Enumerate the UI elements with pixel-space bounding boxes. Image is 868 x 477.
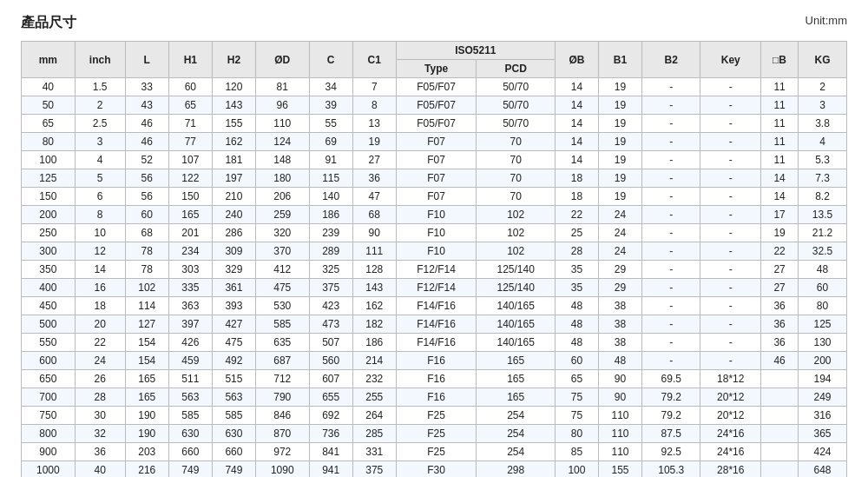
cell-sqB: 11	[761, 151, 799, 169]
cell-type: F25	[396, 407, 477, 425]
cell-B1: 24	[598, 242, 641, 261]
cell-type: F07	[396, 169, 477, 188]
cell-Key: -	[700, 352, 761, 370]
cell-B2: -	[642, 242, 700, 261]
table-row: 60024154459492687560214F161656048--46200	[22, 352, 847, 370]
cell-C: 941	[309, 461, 352, 478]
cell-KG: 194	[799, 370, 847, 388]
cell-H2: 515	[212, 370, 255, 388]
table-row: 1000402167497491090941375F30298100155105…	[22, 461, 847, 478]
cell-sqB: 14	[761, 169, 799, 188]
cell-OB: 14	[555, 96, 598, 115]
cell-OD: 585	[255, 315, 309, 334]
cell-H2: 563	[212, 388, 255, 407]
cell-C1: 232	[352, 370, 396, 388]
cell-OB: 14	[555, 133, 598, 151]
cell-B1: 110	[598, 443, 641, 461]
cell-pcd: 50/70	[477, 115, 555, 133]
cell-C: 34	[309, 78, 352, 96]
cell-OB: 18	[555, 188, 598, 206]
cell-pcd: 165	[477, 370, 555, 388]
cell-OB: 35	[555, 279, 598, 297]
cell-pcd: 125/140	[477, 261, 555, 279]
cell-C: 186	[309, 206, 352, 224]
cell-L: 190	[125, 407, 168, 425]
cell-H2: 492	[212, 352, 255, 370]
cell-B1: 19	[598, 188, 641, 206]
cell-KG: 648	[799, 461, 847, 478]
table-row: 50020127397427585473182F14/F16140/165483…	[22, 315, 847, 334]
table-row: 65026165511515712607232F16165659069.518*…	[22, 370, 847, 388]
cell-C1: 143	[352, 279, 396, 297]
cell-OD: 475	[255, 279, 309, 297]
cell-sqB: 36	[761, 315, 799, 334]
cell-H2: 120	[212, 78, 255, 96]
cell-sqB: 17	[761, 206, 799, 224]
cell-H1: 426	[168, 334, 212, 352]
cell-OB: 48	[555, 315, 598, 334]
cell-inch: 32	[75, 425, 125, 443]
cell-C1: 214	[352, 352, 396, 370]
cell-B1: 19	[598, 133, 641, 151]
cell-OD: 259	[255, 206, 309, 224]
cell-Key: 28*16	[700, 461, 761, 478]
cell-H2: 143	[212, 96, 255, 115]
cell-Key: -	[700, 242, 761, 261]
cell-Key: -	[700, 188, 761, 206]
cell-inch: 4	[75, 151, 125, 169]
cell-H1: 234	[168, 242, 212, 261]
cell-L: 114	[125, 297, 168, 315]
cell-type: F05/F07	[396, 96, 477, 115]
cell-C: 473	[309, 315, 352, 334]
cell-L: 60	[125, 206, 168, 224]
cell-L: 43	[125, 96, 168, 115]
cell-mm: 700	[22, 388, 76, 407]
cell-L: 68	[125, 224, 168, 242]
cell-pcd: 102	[477, 206, 555, 224]
table-body: 401.5336012081347F05/F0750/701419--11250…	[22, 78, 847, 478]
cell-H2: 427	[212, 315, 255, 334]
cell-inch: 10	[75, 224, 125, 242]
cell-Key: -	[700, 206, 761, 224]
cell-B1: 19	[598, 169, 641, 188]
cell-B2: 79.2	[642, 388, 700, 407]
cell-OD: 972	[255, 443, 309, 461]
cell-B1: 24	[598, 224, 641, 242]
cell-mm: 800	[22, 425, 76, 443]
unit-label: Unit:mm	[806, 14, 847, 27]
cell-mm: 500	[22, 315, 76, 334]
cell-sqB	[761, 407, 799, 425]
cell-H2: 475	[212, 334, 255, 352]
cell-OD: 206	[255, 188, 309, 206]
cell-B2: -	[642, 133, 700, 151]
cell-B1: 19	[598, 115, 641, 133]
cell-Key: 24*16	[700, 443, 761, 461]
cell-inch: 8	[75, 206, 125, 224]
cell-sqB: 11	[761, 96, 799, 115]
cell-C: 39	[309, 96, 352, 115]
cell-L: 102	[125, 279, 168, 297]
cell-KG: 200	[799, 352, 847, 370]
cell-inch: 40	[75, 461, 125, 478]
cell-H2: 181	[212, 151, 255, 169]
cell-pcd: 70	[477, 169, 555, 188]
cell-pcd: 102	[477, 224, 555, 242]
cell-OB: 14	[555, 115, 598, 133]
cell-sqB: 22	[761, 242, 799, 261]
table-row: 40016102335361475375143F12/F14125/140352…	[22, 279, 847, 297]
cell-OD: 320	[255, 224, 309, 242]
cell-OD: 846	[255, 407, 309, 425]
cell-inch: 26	[75, 370, 125, 388]
cell-pcd: 254	[477, 407, 555, 425]
cell-inch: 2	[75, 96, 125, 115]
cell-B2: -	[642, 115, 700, 133]
cell-pcd: 254	[477, 443, 555, 461]
page-title: 產品尺寸	[21, 14, 76, 32]
cell-C: 91	[309, 151, 352, 169]
cell-type: F14/F16	[396, 334, 477, 352]
cell-B2: 79.2	[642, 407, 700, 425]
cell-inch: 18	[75, 297, 125, 315]
cell-C: 325	[309, 261, 352, 279]
col-ISO5211: ISO5211	[396, 42, 555, 60]
cell-OD: 81	[255, 78, 309, 96]
